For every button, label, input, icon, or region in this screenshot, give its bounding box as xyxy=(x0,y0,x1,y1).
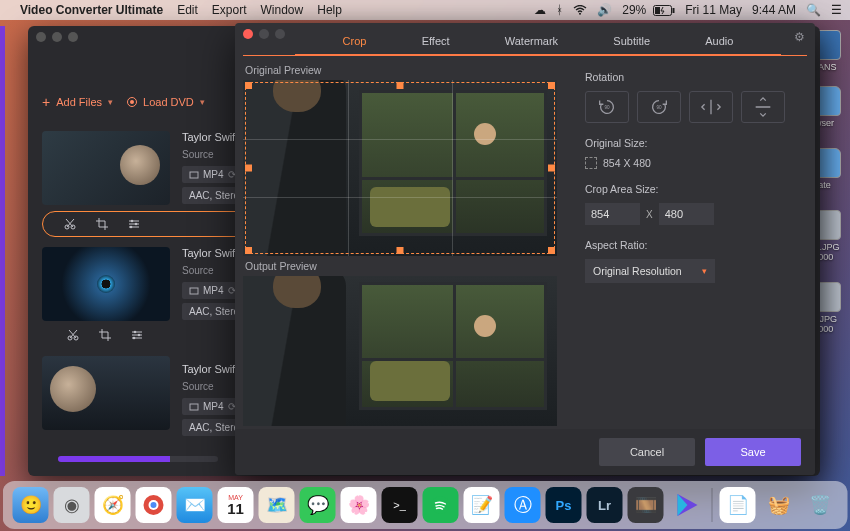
chevron-down-icon: ▾ xyxy=(200,97,205,107)
cancel-button[interactable]: Cancel xyxy=(599,438,695,466)
dock-trash[interactable]: 🗑️ xyxy=(802,487,838,523)
output-preview-label: Output Preview xyxy=(245,260,561,272)
tab-effect[interactable]: Effect xyxy=(420,29,452,53)
rotate-cw-button[interactable]: 90 xyxy=(637,91,681,123)
dock-app-notes[interactable]: 📝 xyxy=(464,487,500,523)
chevron-down-icon: ▾ xyxy=(108,97,113,107)
chevron-down-icon: ▾ xyxy=(702,266,707,276)
dock-app-converter[interactable]: 🎞️ xyxy=(628,487,664,523)
trim-icon[interactable] xyxy=(66,328,80,342)
dock-app-terminal[interactable]: >_ xyxy=(382,487,418,523)
media-thumbnail[interactable] xyxy=(42,131,170,205)
convert-progress xyxy=(58,456,218,462)
editor-tabs: Crop Effect Watermark Subtitle Audio xyxy=(295,27,781,55)
flip-vertical-button[interactable] xyxy=(741,91,785,123)
dock-app-safari[interactable]: 🧭 xyxy=(95,487,131,523)
adjust-icon[interactable] xyxy=(130,328,144,342)
menu-edit[interactable]: Edit xyxy=(177,3,198,17)
tabs-underline xyxy=(243,55,807,56)
app-menu[interactable]: Video Converter Ultimate xyxy=(20,3,163,17)
dock-app-calendar[interactable]: MAY11 xyxy=(218,487,254,523)
svg-point-8 xyxy=(130,226,133,229)
editor-dialog: ⚙ Crop Effect Watermark Subtitle Audio O… xyxy=(235,23,815,475)
status-date[interactable]: Fri 11 May xyxy=(685,3,742,17)
settings-icon[interactable]: ⚙ xyxy=(794,30,805,44)
tab-subtitle[interactable]: Subtitle xyxy=(611,29,652,53)
dock-app-play[interactable] xyxy=(669,487,705,523)
svg-rect-21 xyxy=(190,404,198,410)
notification-center-icon[interactable]: ☰ xyxy=(831,3,842,17)
media-thumbnail[interactable] xyxy=(42,247,170,321)
original-preview[interactable] xyxy=(243,80,557,256)
dock-app-appstore[interactable]: Ⓐ xyxy=(505,487,541,523)
status-battery[interactable]: 29% xyxy=(622,3,675,17)
status-wifi-icon[interactable] xyxy=(573,5,587,15)
trim-icon[interactable] xyxy=(63,217,77,231)
svg-rect-2 xyxy=(673,8,675,13)
svg-rect-19 xyxy=(190,172,198,178)
original-size-label: Original Size: xyxy=(585,137,797,149)
svg-point-6 xyxy=(131,220,134,223)
aspect-ratio-label: Aspect Ratio: xyxy=(585,239,797,251)
disc-icon xyxy=(127,97,137,107)
dock-app-finder[interactable]: 🙂 xyxy=(13,487,49,523)
menu-help[interactable]: Help xyxy=(317,3,342,17)
svg-point-7 xyxy=(135,223,138,226)
format-badge[interactable]: MP4⟳ xyxy=(182,282,243,299)
dock-app-maps[interactable]: 🗺️ xyxy=(259,487,295,523)
svg-point-26 xyxy=(151,502,157,508)
dock-app-messages[interactable]: 💬 xyxy=(300,487,336,523)
crop-height-input[interactable] xyxy=(659,203,714,225)
dock-app-photoshop[interactable]: Ps xyxy=(546,487,582,523)
status-cloud-icon[interactable]: ☁︎ xyxy=(534,3,546,17)
crop-width-input[interactable] xyxy=(585,203,640,225)
expand-icon xyxy=(585,157,597,169)
crop-icon[interactable] xyxy=(98,328,112,342)
svg-point-13 xyxy=(133,337,136,340)
dock-separator xyxy=(712,488,713,522)
crop-icon[interactable] xyxy=(95,217,109,231)
plus-icon: + xyxy=(42,97,50,107)
menu-export[interactable]: Export xyxy=(212,3,247,17)
rotate-ccw-button[interactable]: 90 xyxy=(585,91,629,123)
format-badge[interactable]: MP4⟳ xyxy=(182,166,243,183)
dock-app-lightroom[interactable]: Lr xyxy=(587,487,623,523)
dock-stack-documents[interactable]: 📄 xyxy=(720,487,756,523)
original-preview-label: Original Preview xyxy=(245,64,561,76)
media-thumbnail[interactable] xyxy=(42,356,170,430)
window-accent-stripe xyxy=(0,26,5,476)
svg-rect-3 xyxy=(655,7,660,14)
dimension-separator: X xyxy=(646,209,653,220)
spotlight-icon[interactable]: 🔍 xyxy=(806,3,821,17)
add-files-button[interactable]: + Add Files ▾ xyxy=(42,96,113,108)
status-bluetooth-icon[interactable]: ᚼ xyxy=(556,3,563,17)
status-time[interactable]: 9:44 AM xyxy=(752,3,796,17)
dock-app-spotify[interactable] xyxy=(423,487,459,523)
mac-dock: 🙂 ◉ 🧭 ✉️ MAY11 🗺️ 💬 🌸 >_ 📝 Ⓐ Ps Lr 🎞️ 📄 … xyxy=(3,481,848,529)
window-traffic-lights[interactable] xyxy=(36,32,78,42)
flip-horizontal-button[interactable] xyxy=(689,91,733,123)
aspect-ratio-select[interactable]: Original Resolution▾ xyxy=(585,259,715,283)
rotation-label: Rotation xyxy=(585,71,797,83)
dock-app-chrome[interactable] xyxy=(136,487,172,523)
format-badge[interactable]: MP4⟳ xyxy=(182,398,243,415)
dock-app-mail[interactable]: ✉️ xyxy=(177,487,213,523)
output-preview xyxy=(243,276,557,426)
svg-point-11 xyxy=(134,331,137,334)
dock-stack-downloads[interactable]: 🧺 xyxy=(761,487,797,523)
adjust-icon[interactable] xyxy=(127,217,141,231)
dock-app-launchpad[interactable]: ◉ xyxy=(54,487,90,523)
dock-app-photos[interactable]: 🌸 xyxy=(341,487,377,523)
menu-window[interactable]: Window xyxy=(261,3,304,17)
save-button[interactable]: Save xyxy=(705,438,801,466)
svg-point-0 xyxy=(579,13,581,15)
mac-menubar: Video Converter Ultimate Edit Export Win… xyxy=(0,0,850,20)
tab-crop[interactable]: Crop xyxy=(341,29,369,53)
tab-watermark[interactable]: Watermark xyxy=(503,29,560,53)
dialog-traffic-lights[interactable] xyxy=(243,29,285,39)
tab-audio[interactable]: Audio xyxy=(703,29,735,53)
svg-text:90: 90 xyxy=(604,105,610,110)
crop-area-label: Crop Area Size: xyxy=(585,183,797,195)
load-dvd-button[interactable]: Load DVD ▾ xyxy=(127,96,205,108)
status-volume-icon[interactable]: 🔊 xyxy=(597,3,612,17)
